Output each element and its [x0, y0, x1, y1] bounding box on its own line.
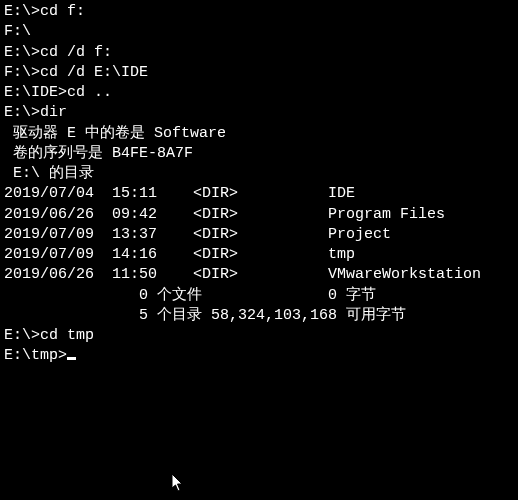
output-text: 0 个文件 0 字节	[4, 287, 376, 304]
output-text: 卷的序列号是 B4FE-8A7F	[4, 145, 193, 162]
terminal-line: 卷的序列号是 B4FE-8A7F	[4, 144, 514, 164]
terminal-line: E:\>cd tmp	[4, 326, 514, 346]
command-text: cd tmp	[40, 327, 94, 344]
terminal-line: 2019/07/04 15:11 <DIR> IDE	[4, 184, 514, 204]
output-text: 驱动器 E 中的卷是 Software	[4, 125, 226, 142]
terminal-line: 0 个文件 0 字节	[4, 286, 514, 306]
command-text: cd f:	[40, 3, 85, 20]
output-text: 5 个目录 58,324,103,168 可用字节	[4, 307, 406, 324]
command-text: cd /d E:\IDE	[40, 64, 148, 81]
command-text: dir	[40, 104, 67, 121]
terminal-line: E:\IDE>cd ..	[4, 83, 514, 103]
prompt: E:\>	[4, 104, 40, 121]
terminal-line: 驱动器 E 中的卷是 Software	[4, 124, 514, 144]
output-text: 2019/06/26 11:50 <DIR> VMwareWorkstation	[4, 266, 481, 283]
terminal-line: F:\>cd /d E:\IDE	[4, 63, 514, 83]
output-text: 2019/07/09 14:16 <DIR> tmp	[4, 246, 355, 263]
command-text: cd /d f:	[40, 44, 112, 61]
terminal-line: E:\ 的目录	[4, 164, 514, 184]
output-text: E:\ 的目录	[4, 165, 94, 182]
output-text: 2019/06/26 09:42 <DIR> Program Files	[4, 206, 445, 223]
prompt: E:\>	[4, 44, 40, 61]
text-cursor	[67, 357, 76, 360]
terminal-line: E:\>cd /d f:	[4, 43, 514, 63]
output-text: 2019/07/09 13:37 <DIR> Project	[4, 226, 391, 243]
terminal-line: E:\tmp>	[4, 346, 514, 366]
terminal-line: 2019/06/26 09:42 <DIR> Program Files	[4, 205, 514, 225]
prompt: E:\IDE>	[4, 84, 67, 101]
terminal-line: 2019/06/26 11:50 <DIR> VMwareWorkstation	[4, 265, 514, 285]
cmd-terminal[interactable]: E:\>cd f:F:\E:\>cd /d f:F:\>cd /d E:\IDE…	[0, 0, 518, 500]
output-text: 2019/07/04 15:11 <DIR> IDE	[4, 185, 355, 202]
terminal-line: 2019/07/09 13:37 <DIR> Project	[4, 225, 514, 245]
prompt: F:\>	[4, 64, 40, 81]
command-text: cd ..	[67, 84, 112, 101]
terminal-line: 5 个目录 58,324,103,168 可用字节	[4, 306, 514, 326]
terminal-line: E:\>dir	[4, 103, 514, 123]
prompt: E:\>	[4, 327, 40, 344]
prompt: E:\>	[4, 3, 40, 20]
terminal-line: E:\>cd f:	[4, 2, 514, 22]
output-text: F:\	[4, 23, 31, 40]
prompt: E:\tmp>	[4, 347, 67, 364]
terminal-line: 2019/07/09 14:16 <DIR> tmp	[4, 245, 514, 265]
terminal-line: F:\	[4, 22, 514, 42]
